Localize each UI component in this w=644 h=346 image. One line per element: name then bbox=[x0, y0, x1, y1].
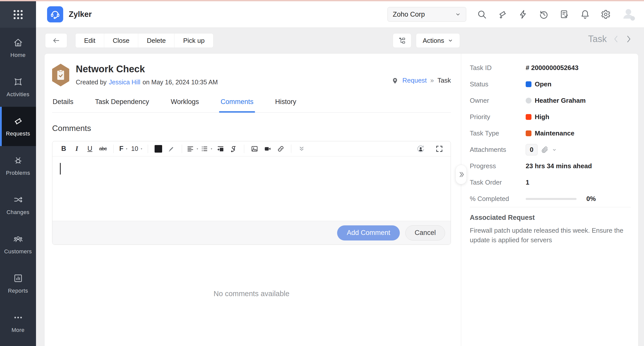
hierarchy-icon bbox=[398, 37, 406, 45]
indent-button[interactable] bbox=[215, 143, 226, 155]
associated-request-heading: Associated Request bbox=[470, 214, 631, 222]
comment-input-area[interactable] bbox=[52, 156, 451, 221]
action-bar: Edit Close Delete Pick up Actions Task bbox=[36, 28, 644, 53]
task-header: Network Check Created by Jessica Hill on… bbox=[52, 64, 451, 86]
task-type-value[interactable]: Maintenance bbox=[526, 129, 575, 137]
more-dots-icon bbox=[13, 313, 23, 324]
font-family-button[interactable]: F bbox=[118, 143, 130, 155]
previous-record-icon[interactable] bbox=[613, 35, 619, 43]
more-tools-button[interactable] bbox=[296, 143, 307, 155]
chevron-down-icon bbox=[455, 11, 461, 17]
task-type-icon bbox=[52, 64, 69, 86]
cancel-button[interactable]: Cancel bbox=[405, 225, 445, 240]
tab-details[interactable]: Details bbox=[52, 96, 74, 112]
sidebar-item-label: Reports bbox=[8, 288, 28, 294]
text-direction-button[interactable] bbox=[228, 143, 239, 155]
instant-actions-icon[interactable] bbox=[518, 9, 528, 19]
property-row-task-order: Task Order 1 bbox=[470, 174, 631, 191]
italic-button[interactable]: I bbox=[71, 143, 83, 155]
tab-history[interactable]: History bbox=[275, 96, 297, 112]
sidebar-item-requests[interactable]: Requests bbox=[0, 107, 36, 146]
sidebar-item-label: Home bbox=[10, 52, 25, 58]
breadcrumb-separator: » bbox=[430, 77, 434, 84]
bug-icon bbox=[13, 155, 23, 166]
sidebar-item-home[interactable]: Home bbox=[0, 28, 36, 67]
mention-user-button[interactable] bbox=[415, 143, 426, 155]
window-top-border bbox=[0, 0, 644, 1]
insert-image-button[interactable] bbox=[249, 143, 260, 155]
close-button[interactable]: Close bbox=[104, 33, 138, 48]
task-tree-button[interactable] bbox=[393, 33, 411, 48]
tab-task-dependency[interactable]: Task Dependency bbox=[95, 96, 150, 112]
topbar-actions: Zoho Corp bbox=[387, 7, 636, 22]
editor-footer: Add Comment Cancel bbox=[52, 221, 451, 245]
task-main-column: Network Check Created by Jessica Hill on… bbox=[45, 54, 461, 346]
panel-collapse-button[interactable] bbox=[455, 165, 467, 184]
activities-icon bbox=[13, 77, 23, 88]
highlighter-pen-icon bbox=[168, 145, 175, 153]
progress-bar[interactable] bbox=[526, 198, 577, 200]
sidebar-item-changes[interactable]: Changes bbox=[0, 185, 36, 225]
align-button[interactable] bbox=[187, 143, 199, 155]
insert-link-button[interactable] bbox=[275, 143, 287, 155]
strikethrough-button[interactable]: abc bbox=[97, 143, 109, 155]
add-request-icon[interactable] bbox=[497, 9, 508, 19]
sidebar-item-more[interactable]: More bbox=[0, 303, 36, 342]
zylker-logo[interactable] bbox=[47, 6, 63, 22]
sidebar-item-label: Customers bbox=[4, 248, 32, 255]
bold-button[interactable]: B bbox=[58, 143, 69, 155]
next-record-icon[interactable] bbox=[625, 35, 632, 43]
property-row-percent-completed: % Completed 0% bbox=[470, 191, 631, 207]
font-color-button[interactable] bbox=[153, 143, 164, 155]
panel-divider bbox=[470, 207, 631, 207]
actions-dropdown[interactable]: Actions bbox=[416, 33, 460, 48]
chevron-down-icon[interactable] bbox=[552, 148, 557, 152]
org-selector[interactable]: Zoho Corp bbox=[387, 7, 466, 22]
sidebar-item-label: More bbox=[12, 327, 25, 333]
app-title: Zylker bbox=[69, 10, 92, 19]
owner-value[interactable]: Heather Graham bbox=[526, 97, 586, 105]
paperclip-icon[interactable] bbox=[541, 146, 549, 154]
attachment-count: 0 bbox=[526, 144, 538, 155]
sidebar-item-problems[interactable]: Problems bbox=[0, 146, 36, 185]
notifications-bell-icon[interactable] bbox=[580, 9, 590, 19]
edit-button[interactable]: Edit bbox=[76, 33, 104, 48]
feedback-icon[interactable] bbox=[559, 9, 569, 19]
sidebar-item-reports[interactable]: Reports bbox=[0, 264, 36, 303]
status-value[interactable]: Open bbox=[526, 80, 551, 88]
settings-gear-icon[interactable] bbox=[601, 9, 611, 19]
sidebar-item-activities[interactable]: Activities bbox=[0, 67, 36, 107]
delete-button[interactable]: Delete bbox=[138, 33, 174, 48]
chevron-down-icon bbox=[448, 38, 453, 43]
sidebar-item-label: Problems bbox=[6, 170, 30, 176]
tab-worklogs[interactable]: Worklogs bbox=[170, 96, 199, 112]
underline-button[interactable]: U bbox=[84, 143, 96, 155]
indent-icon bbox=[217, 145, 224, 153]
priority-value[interactable]: High bbox=[526, 113, 549, 121]
comment-editor: B I U abc F 10 bbox=[52, 141, 451, 245]
list-button[interactable] bbox=[201, 143, 213, 155]
font-size-button[interactable]: 10 bbox=[131, 143, 143, 155]
search-icon[interactable] bbox=[477, 9, 487, 19]
insert-video-button[interactable] bbox=[262, 143, 273, 155]
breadcrumb: Request » Task bbox=[391, 77, 451, 86]
author-link[interactable]: Jessica Hill bbox=[109, 79, 140, 86]
align-icon bbox=[187, 145, 194, 153]
owner-avatar bbox=[526, 98, 531, 103]
task-title: Network Check bbox=[76, 64, 218, 75]
back-button[interactable] bbox=[45, 33, 67, 48]
sidebar-item-customers[interactable]: Customers bbox=[0, 225, 36, 264]
fullscreen-button[interactable] bbox=[434, 143, 445, 155]
add-comment-button[interactable]: Add Comment bbox=[337, 225, 400, 240]
empty-comments-message: No comments available bbox=[52, 290, 451, 298]
tab-comments[interactable]: Comments bbox=[220, 96, 254, 112]
breadcrumb-parent-link[interactable]: Request bbox=[402, 77, 427, 84]
history-icon[interactable] bbox=[539, 9, 549, 19]
user-avatar[interactable] bbox=[621, 7, 636, 22]
task-detail-card: Network Check Created by Jessica Hill on… bbox=[44, 53, 638, 346]
highlight-button[interactable] bbox=[166, 143, 177, 155]
task-type-swatch bbox=[526, 130, 531, 136]
app-switcher-button[interactable] bbox=[0, 1, 36, 28]
pilcrow-icon bbox=[230, 145, 237, 153]
pickup-button[interactable]: Pick up bbox=[174, 33, 213, 48]
